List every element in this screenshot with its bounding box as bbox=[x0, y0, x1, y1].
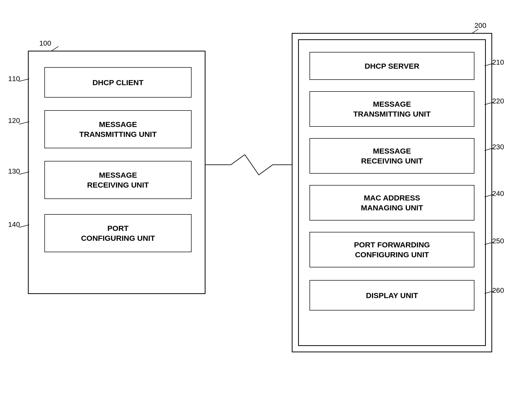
ref-260-tick bbox=[485, 290, 495, 295]
module-210: DHCP SERVER bbox=[310, 52, 474, 80]
module-140: PORTCONFIGURING UNIT bbox=[44, 214, 192, 252]
svg-line-13 bbox=[485, 148, 493, 151]
svg-line-3 bbox=[19, 172, 29, 174]
module-110-label: DHCP CLIENT bbox=[92, 78, 143, 87]
ref-140-tick bbox=[19, 224, 32, 229]
module-140-label: PORTCONFIGURING UNIT bbox=[81, 223, 155, 243]
svg-line-16 bbox=[485, 291, 493, 294]
module-220: MESSAGETRANSMITTING UNIT bbox=[310, 91, 474, 127]
ref-240-tick bbox=[485, 193, 495, 198]
ref-130-tick bbox=[19, 171, 32, 176]
module-120-label: MESSAGETRANSMITTING UNIT bbox=[79, 119, 157, 139]
ref-250-tick bbox=[485, 241, 495, 246]
svg-line-15 bbox=[485, 242, 493, 245]
diagram-container: 100 110 DHCP CLIENT 120 MESSAGETRANSMITT… bbox=[0, 0, 532, 403]
svg-line-1 bbox=[19, 79, 29, 81]
module-240-label: MAC ADDRESSMANAGING UNIT bbox=[361, 193, 423, 213]
module-240: MAC ADDRESSMANAGING UNIT bbox=[310, 185, 474, 221]
ref-140: 140 bbox=[8, 221, 20, 229]
ref-230-tick bbox=[485, 147, 495, 152]
module-110: DHCP CLIENT bbox=[44, 67, 192, 98]
svg-line-14 bbox=[485, 194, 493, 197]
module-130: MESSAGERECEIVING UNIT bbox=[44, 161, 192, 199]
ref-130: 130 bbox=[8, 167, 20, 175]
module-230: MESSAGERECEIVING UNIT bbox=[310, 138, 474, 174]
ref-100: 100 bbox=[39, 39, 51, 47]
ref-110: 110 bbox=[8, 75, 20, 83]
ref-120-tick bbox=[19, 120, 32, 125]
module-260: DISPLAY UNIT bbox=[310, 280, 474, 310]
svg-line-7 bbox=[245, 155, 259, 175]
module-260-label: DISPLAY UNIT bbox=[366, 290, 418, 300]
svg-line-11 bbox=[485, 63, 493, 66]
svg-line-8 bbox=[259, 165, 273, 175]
ref-120: 120 bbox=[8, 117, 20, 125]
module-230-label: MESSAGERECEIVING UNIT bbox=[361, 146, 423, 166]
svg-line-6 bbox=[231, 155, 245, 165]
ref-110-tick bbox=[19, 78, 32, 83]
ref-220-tick bbox=[485, 101, 495, 106]
svg-line-12 bbox=[485, 102, 493, 105]
module-210-label: DHCP SERVER bbox=[365, 61, 419, 71]
module-250-label: PORT FORWARDINGCONFIGURING UNIT bbox=[354, 240, 430, 260]
module-220-label: MESSAGETRANSMITTING UNIT bbox=[353, 99, 431, 119]
module-120: MESSAGETRANSMITTING UNIT bbox=[44, 110, 192, 148]
connection-line bbox=[205, 150, 292, 180]
ref-210-tick bbox=[485, 62, 495, 67]
svg-line-4 bbox=[19, 225, 29, 227]
module-130-label: MESSAGERECEIVING UNIT bbox=[87, 170, 149, 190]
svg-line-2 bbox=[19, 122, 29, 124]
module-250: PORT FORWARDINGCONFIGURING UNIT bbox=[310, 232, 474, 267]
